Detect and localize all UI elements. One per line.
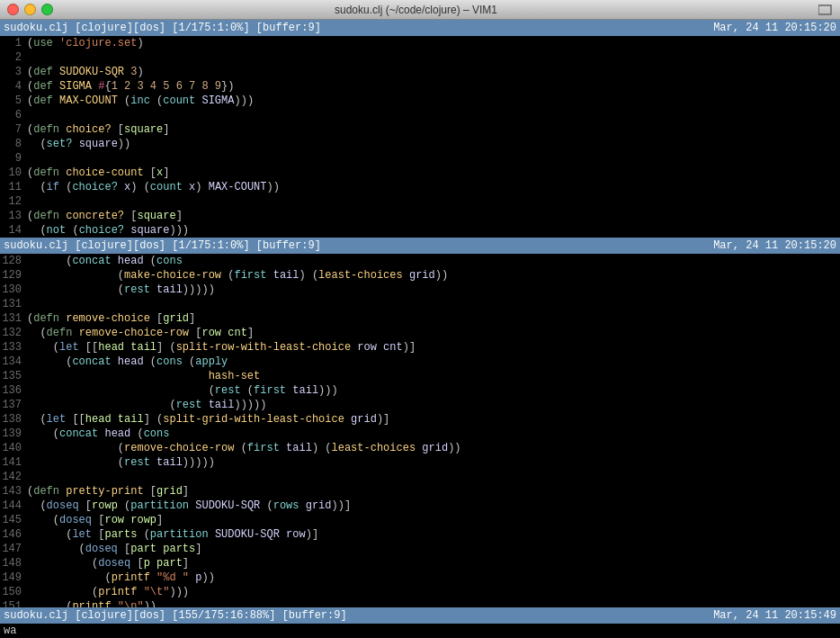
top-status-bar: sudoku.clj [clojure][dos] [1/175:1:0%] [… bbox=[0, 20, 840, 36]
code-line-143: 143 (defn pretty-print [grid] bbox=[0, 484, 840, 499]
code-line-6: 6 bbox=[0, 108, 840, 122]
code-line-138: 137 (rest tail))))) bbox=[0, 398, 840, 412]
code-line-130: 130 (rest tail))))) bbox=[0, 283, 840, 297]
code-line-139: 138 (let [[head tail] (split-grid-with-l… bbox=[0, 412, 840, 427]
code-line-148: 148 (doseq [p part] bbox=[0, 556, 840, 571]
svg-rect-0 bbox=[818, 5, 831, 14]
code-line-4: 4 (def SIGMA #{1 2 3 4 5 6 7 8 9}) bbox=[0, 79, 840, 94]
title-bar: sudoku.clj (~/code/clojure) – VIM1 bbox=[0, 0, 840, 20]
code-line-5: 5 (def MAX-COUNT (inc (count SIGMA))) bbox=[0, 94, 840, 108]
code-line-145: 145 (doseq [row rowp] bbox=[0, 513, 840, 527]
vim-editor[interactable]: sudoku.clj [clojure][dos] [1/175:1:0%] [… bbox=[0, 20, 840, 638]
code-line-137: 136 (rest (first tail))) bbox=[0, 383, 840, 398]
code-line-140: 139 (concat head (cons bbox=[0, 427, 840, 441]
code-line-9: 9 bbox=[0, 151, 840, 166]
mid-status-left: sudoku.clj [clojure][dos] [1/175:1:0%] [… bbox=[4, 239, 321, 252]
window-title: sudoku.clj (~/code/clojure) – VIM1 bbox=[335, 4, 497, 16]
code-line-8: 8 (set? square)) bbox=[0, 137, 840, 151]
code-line-10: 10 (defn choice-count [x] bbox=[0, 166, 840, 180]
code-line-141: 140 (remove-choice-row (first tail) (lea… bbox=[0, 441, 840, 455]
status-left: sudoku.clj [clojure][dos] [1/175:1:0%] [… bbox=[4, 22, 321, 34]
code-line-1: 1 (use 'clojure.set) bbox=[0, 36, 840, 50]
bottom-status-bar: sudoku.clj [clojure][dos] [155/175:16:88… bbox=[0, 607, 840, 624]
code-line-133: 132 (defn remove-choice-row [row cnt] bbox=[0, 326, 840, 340]
code-line-12: 12 bbox=[0, 194, 840, 209]
code-line-132: 131 (defn remove-choice [grid] bbox=[0, 311, 840, 326]
command-line: wa bbox=[0, 624, 840, 638]
bottom-status-right: Mar, 24 11 20:15:49 bbox=[713, 609, 836, 622]
window-resize-icon bbox=[818, 4, 833, 15]
maximize-button[interactable] bbox=[41, 4, 53, 15]
code-line-131: 131 bbox=[0, 297, 840, 311]
minimize-button[interactable] bbox=[24, 4, 36, 15]
code-line-7: 7 (defn choice? [square] bbox=[0, 122, 840, 137]
mid-status-bar: sudoku.clj [clojure][dos] [1/175:1:0%] [… bbox=[0, 238, 840, 254]
mid-status-right: Mar, 24 11 20:15:20 bbox=[713, 239, 836, 252]
code-line-3: 3 (def SUDOKU-SQR 3) bbox=[0, 65, 840, 79]
code-line-136: 135 hash-set bbox=[0, 369, 840, 383]
code-line-135: 134 (concat head (cons (apply bbox=[0, 355, 840, 369]
code-line-128: 128 (concat head (cons bbox=[0, 254, 840, 268]
status-right: Mar, 24 11 20:15:20 bbox=[713, 22, 836, 34]
close-button[interactable] bbox=[7, 4, 19, 15]
bottom-status-left: sudoku.clj [clojure][dos] [155/175:16:88… bbox=[4, 609, 347, 622]
code-line-151: 151 (printf "\n")) bbox=[0, 599, 840, 607]
bottom-code-section: 128 (concat head (cons 129 (make-choice-… bbox=[0, 254, 840, 607]
code-line-134: 133 (let [[head tail] (split-row-with-le… bbox=[0, 340, 840, 355]
code-line-146: 146 (let [parts (partition SUDOKU-SQR ro… bbox=[0, 527, 840, 542]
code-line-blank141: 142 bbox=[0, 470, 840, 484]
code-line-14: 14 (not (choice? square))) bbox=[0, 223, 840, 238]
code-line-13: 13 (defn concrete? [square] bbox=[0, 209, 840, 223]
code-line-2: 2 bbox=[0, 50, 840, 65]
top-code-section: 1 (use 'clojure.set) 2 3 (def SUDOKU-SQR… bbox=[0, 36, 840, 238]
code-line-147: 147 (doseq [part parts] bbox=[0, 542, 840, 556]
command-line-text: wa bbox=[4, 625, 16, 637]
code-line-150: 150 (printf "\t"))) bbox=[0, 585, 840, 599]
code-line-142: 141 (rest tail))))) bbox=[0, 455, 840, 470]
code-line-149: 149 (printf "%d " p)) bbox=[0, 571, 840, 585]
code-line-129: 129 (make-choice-row (first tail) (least… bbox=[0, 268, 840, 283]
code-line-11: 11 (if (choice? x) (count x) MAX-COUNT)) bbox=[0, 180, 840, 194]
code-line-144: 144 (doseq [rowp (partition SUDOKU-SQR (… bbox=[0, 499, 840, 513]
